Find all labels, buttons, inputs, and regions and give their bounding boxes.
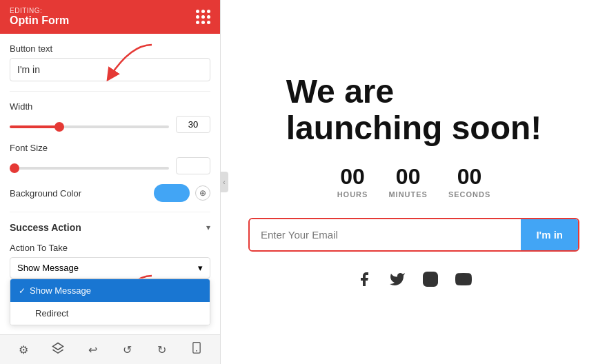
countdown-hours: 00 HOURS bbox=[337, 165, 368, 199]
launch-title-line1: We are bbox=[286, 73, 395, 110]
font-size-slider[interactable] bbox=[10, 167, 169, 170]
submit-button[interactable]: I'm in bbox=[521, 219, 578, 250]
color-swatch[interactable] bbox=[154, 184, 190, 202]
minutes-label: MINUTES bbox=[388, 190, 428, 199]
grid-menu-icon[interactable] bbox=[196, 10, 210, 24]
redo-icon[interactable]: ↻ bbox=[152, 343, 172, 356]
button-text-input[interactable] bbox=[10, 58, 210, 81]
history-forward-icon[interactable]: ↺ bbox=[118, 343, 137, 356]
width-slider[interactable] bbox=[10, 125, 169, 128]
action-dropdown-value: Show Message bbox=[17, 263, 79, 273]
countdown-seconds: 00 SECONDS bbox=[448, 165, 490, 199]
social-row bbox=[353, 268, 475, 290]
font-size-slider-row bbox=[10, 157, 210, 174]
redirect-label: Redirect bbox=[35, 308, 68, 318]
success-action-header: Success Action ▾ bbox=[10, 222, 210, 233]
launch-title: We are launching soon! bbox=[286, 74, 542, 147]
history-back-icon[interactable]: ↩ bbox=[83, 343, 102, 356]
width-slider-row: 30 bbox=[10, 116, 210, 133]
panel-header: EDITING: Optin Form bbox=[0, 0, 220, 34]
show-message-label: Show Message bbox=[30, 285, 91, 296]
action-dropdown-wrapper: Show Message ▾ ✓ Show Message Redirect bbox=[10, 257, 210, 279]
instagram-icon[interactable] bbox=[419, 268, 441, 290]
font-size-label: Font Size bbox=[10, 143, 210, 153]
panel-body: Button text Width 30 Font Size Backgroun… bbox=[0, 34, 220, 334]
youtube-icon[interactable] bbox=[452, 268, 475, 290]
countdown-minutes: 00 MINUTES bbox=[388, 165, 428, 199]
width-value-input[interactable]: 30 bbox=[176, 116, 210, 133]
seconds-value: 00 bbox=[448, 165, 490, 188]
email-form: I'm in bbox=[248, 218, 579, 252]
facebook-icon[interactable] bbox=[353, 268, 375, 290]
hours-label: HOURS bbox=[337, 190, 368, 199]
minutes-value: 00 bbox=[388, 165, 428, 188]
action-dropdown-menu: ✓ Show Message Redirect bbox=[10, 279, 210, 325]
width-label: Width bbox=[10, 101, 210, 112]
action-to-take-label: Action To Take bbox=[10, 243, 210, 253]
settings-icon[interactable]: ⚙ bbox=[14, 343, 33, 356]
width-slider-container bbox=[10, 119, 169, 131]
color-picker-icon[interactable]: ⊕ bbox=[195, 185, 210, 201]
button-text-label: Button text bbox=[10, 43, 210, 54]
dropdown-chevron: ▾ bbox=[198, 263, 203, 273]
font-size-slider-container bbox=[10, 160, 169, 172]
panel-title: Optin Form bbox=[10, 14, 69, 27]
right-panel: We are launching soon! 00 HOURS 00 MINUT… bbox=[221, 0, 607, 364]
bg-color-row: Background Color ⊕ bbox=[10, 184, 210, 202]
svg-marker-0 bbox=[53, 343, 63, 350]
collapse-handle[interactable]: ‹ bbox=[220, 172, 228, 192]
layers-icon[interactable] bbox=[48, 342, 68, 357]
countdown-row: 00 HOURS 00 MINUTES 00 SECONDS bbox=[337, 165, 491, 199]
checkmark-icon: ✓ bbox=[19, 286, 26, 296]
seconds-label: SECONDS bbox=[448, 190, 490, 199]
device-icon[interactable] bbox=[187, 342, 206, 357]
success-action-chevron[interactable]: ▾ bbox=[206, 223, 210, 232]
twitter-icon[interactable] bbox=[386, 268, 408, 290]
email-input[interactable] bbox=[250, 219, 521, 250]
font-size-value-input[interactable] bbox=[176, 157, 210, 174]
success-action-title: Success Action bbox=[10, 222, 81, 233]
svg-point-5 bbox=[434, 275, 435, 276]
dropdown-item-redirect[interactable]: Redirect bbox=[10, 302, 210, 325]
editing-label: EDITING: bbox=[10, 7, 69, 14]
dropdown-item-show-message[interactable]: ✓ Show Message bbox=[10, 279, 210, 302]
left-panel: EDITING: Optin Form Button text Width 30… bbox=[0, 0, 221, 364]
bottom-toolbar: ⚙ ↩ ↺ ↻ bbox=[0, 334, 220, 364]
launch-title-line2: launching soon! bbox=[286, 110, 542, 146]
action-dropdown-select[interactable]: Show Message ▾ bbox=[10, 257, 210, 279]
svg-point-4 bbox=[428, 276, 433, 282]
bg-color-label: Background Color bbox=[10, 188, 154, 199]
hours-value: 00 bbox=[337, 165, 368, 188]
